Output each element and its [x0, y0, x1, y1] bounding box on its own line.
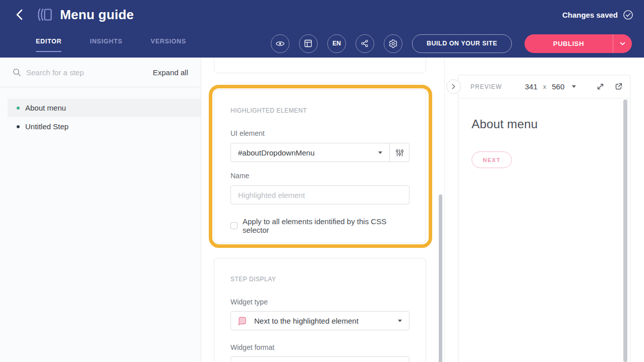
publish-button[interactable]: PUBLISH	[524, 34, 613, 53]
previous-card-bottom	[214, 58, 426, 73]
step-status-dot	[17, 107, 20, 110]
back-button[interactable]	[13, 8, 25, 22]
fullscreen-button[interactable]	[596, 82, 605, 91]
step-status-dot	[17, 125, 20, 128]
widget-format-label: Widget format	[230, 343, 409, 351]
header-toolbar: EN	[271, 34, 632, 53]
layout-panel-button[interactable]	[299, 34, 318, 53]
step-item-untitled-step[interactable]: Untitled Step	[8, 117, 201, 136]
chevron-left-icon	[16, 9, 23, 20]
build-button-label: BUILD ON YOUR SITE	[427, 40, 497, 47]
widget-type-value: Next to the highlighted element	[254, 317, 359, 325]
step-list: About menu Untitled Step	[0, 87, 201, 136]
step-search-row: Expand all	[0, 58, 201, 87]
editor-scrollbar-thumb[interactable]	[439, 194, 442, 362]
ui-element-select-group: #aboutDropdownMenu	[230, 143, 409, 162]
highlighted-element-card: HIGHLIGHTED ELEMENT UI element #aboutDro…	[214, 89, 426, 243]
caret-down-icon	[572, 85, 576, 88]
preview-panel: PREVIEW 341 x 560	[458, 75, 630, 362]
preview-next-button[interactable]: NEXT	[472, 151, 512, 168]
preview-step-title: About menu	[472, 117, 617, 131]
app-header: Menu guide Changes saved EDITOR INSIGHTS…	[0, 0, 644, 58]
collapse-preview-button[interactable]	[446, 79, 461, 94]
external-link-icon	[614, 82, 623, 91]
language-label: EN	[332, 40, 341, 47]
ui-element-select[interactable]: #aboutDropdownMenu	[231, 143, 389, 162]
sliders-icon	[395, 148, 404, 158]
step-search-input[interactable]	[26, 68, 153, 77]
tab-insights[interactable]: INSIGHTS	[90, 35, 123, 52]
page-title: Menu guide	[60, 7, 134, 23]
viewport-width-value: 341	[525, 82, 538, 91]
build-on-your-site-button[interactable]: BUILD ON YOUR SITE	[412, 34, 512, 53]
widget-type-label: Widget type	[230, 298, 409, 306]
size-separator: x	[543, 83, 547, 90]
widget-format-select[interactable]: Hint	[230, 356, 409, 362]
header-title-row: Menu guide Changes saved	[0, 0, 644, 29]
step-item-label: About menu	[25, 104, 66, 112]
eye-icon	[275, 39, 285, 48]
settings-button[interactable]	[384, 34, 402, 53]
selector-settings-button[interactable]	[390, 143, 409, 162]
share-button[interactable]	[356, 34, 374, 53]
open-in-new-window-button[interactable]	[614, 82, 623, 91]
caret-down-icon	[378, 151, 382, 154]
apply-all-checkbox[interactable]	[230, 222, 238, 229]
viewport-size-dropdown[interactable]: 341 x 560	[510, 82, 591, 91]
gear-icon	[389, 39, 397, 48]
expand-diagonal-icon	[596, 82, 605, 91]
steps-sidebar: Expand all About menu Untitled Step	[0, 58, 201, 362]
name-label: Name	[230, 172, 409, 180]
section-title: HIGHLIGHTED ELEMENT	[230, 107, 409, 114]
app-window: Menu guide Changes saved EDITOR INSIGHTS…	[0, 0, 644, 362]
share-icon	[361, 39, 369, 47]
publish-split-button: PUBLISH	[524, 34, 632, 53]
save-status: Changes saved	[562, 10, 633, 20]
apply-all-checkbox-label: Apply to all elements identified by this…	[243, 217, 409, 234]
ui-element-value: #aboutDropdownMenu	[238, 148, 315, 157]
window-layout-icon	[304, 39, 312, 47]
widget-type-select[interactable]: Next to the highlighted element	[230, 311, 409, 330]
step-display-card: STEP DISPLAY Widget type Next to the hig…	[214, 258, 426, 362]
chevron-down-icon	[620, 42, 625, 45]
section-title: STEP DISPLAY	[230, 276, 409, 283]
preview-eye-button[interactable]	[271, 34, 289, 53]
tooltip-bubble-icon	[237, 316, 247, 326]
tab-versions[interactable]: VERSIONS	[151, 35, 186, 52]
preview-header: PREVIEW 341 x 560	[458, 75, 630, 98]
header-tab-row: EDITOR INSIGHTS VERSIONS	[0, 29, 644, 58]
tab-editor[interactable]: EDITOR	[36, 35, 62, 52]
apply-all-checkbox-row: Apply to all elements identified by this…	[230, 217, 409, 234]
step-item-label: Untitled Step	[25, 122, 69, 131]
preview-scrollbar-thumb[interactable]	[623, 99, 627, 362]
expand-all-link[interactable]: Expand all	[153, 68, 188, 77]
caret-down-icon	[398, 320, 402, 322]
language-button[interactable]: EN	[327, 34, 346, 53]
viewport-height-value: 560	[552, 82, 564, 91]
ui-element-label: UI element	[230, 129, 409, 137]
check-circle-icon	[623, 10, 633, 20]
step-item-about-menu[interactable]: About menu	[8, 98, 201, 117]
preview-actions	[596, 82, 623, 91]
preview-viewport: About menu NEXT	[458, 98, 630, 168]
search-icon	[13, 68, 21, 77]
highlighted-element-name-input[interactable]	[230, 185, 409, 204]
preview-title: PREVIEW	[471, 83, 510, 90]
save-status-label: Changes saved	[562, 11, 618, 19]
publish-menu-button[interactable]	[613, 34, 632, 53]
step-editor-scroll-area: HIGHLIGHTED ELEMENT UI element #aboutDro…	[201, 58, 445, 362]
chevron-right-icon	[452, 84, 455, 89]
tour-type-icon	[35, 7, 53, 22]
